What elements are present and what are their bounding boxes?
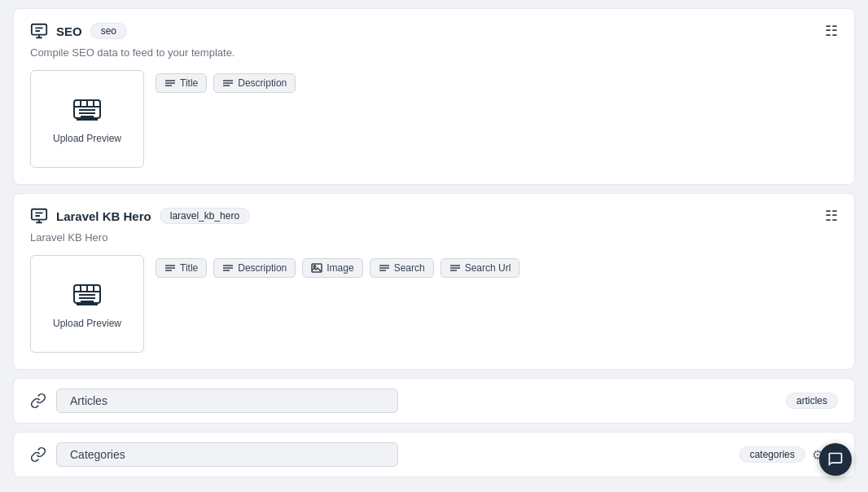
seo-card-badge: seo	[90, 23, 127, 39]
laravel-card-content: Upload Preview Title	[30, 255, 838, 353]
seo-tag-description-icon	[222, 77, 234, 89]
laravel-header-left: Laravel KB Hero laravel_kb_hero	[30, 207, 250, 225]
seo-tag-title-icon	[164, 77, 176, 89]
laravel-tag-description-label: Description	[238, 262, 287, 274]
laravel-card-title: Laravel KB Hero	[56, 209, 151, 223]
categories-badge: categories	[739, 446, 805, 463]
laravel-card: Laravel KB Hero laravel_kb_hero ☷ Larave…	[13, 193, 855, 370]
seo-card: SEO seo ☷ Compile SEO data to feed to yo…	[13, 8, 855, 185]
laravel-tag-search-url-icon	[449, 262, 461, 274]
articles-link-icon	[30, 393, 46, 409]
laravel-card-description: Laravel KB Hero	[30, 231, 838, 244]
laravel-tag-image-icon	[311, 262, 322, 274]
seo-card-header: SEO seo ☷	[30, 22, 838, 40]
laravel-menu-icon[interactable]: ☷	[825, 209, 838, 223]
seo-upload-preview[interactable]: Upload Preview	[30, 70, 144, 168]
articles-title: Articles	[70, 394, 107, 407]
categories-title: Categories	[70, 448, 125, 461]
svg-rect-0	[32, 24, 46, 35]
seo-tags-container: Title Description	[156, 70, 296, 93]
laravel-tags-container: Title Description	[156, 255, 519, 278]
laravel-tag-description[interactable]: Description	[213, 258, 296, 278]
laravel-section-icon	[30, 207, 48, 225]
articles-card: Articles articles	[13, 378, 855, 424]
seo-tag-description[interactable]: Description	[213, 73, 296, 93]
laravel-tag-search[interactable]: Search	[370, 258, 434, 278]
svg-point-17	[314, 266, 316, 267]
articles-title-box: Articles	[56, 389, 398, 413]
laravel-upload-icon	[71, 279, 103, 311]
laravel-tag-title-icon	[164, 262, 176, 274]
page-container: SEO seo ☷ Compile SEO data to feed to yo…	[0, 0, 868, 492]
laravel-upload-preview[interactable]: Upload Preview	[30, 255, 144, 353]
seo-section-icon	[30, 22, 48, 40]
laravel-tag-search-url-label: Search Url	[465, 262, 511, 274]
seo-menu-icon[interactable]: ☷	[825, 24, 838, 38]
seo-tag-title[interactable]: Title	[156, 73, 207, 93]
laravel-tag-search-url[interactable]: Search Url	[441, 258, 520, 278]
seo-card-content: Upload Preview Title	[30, 70, 838, 168]
seo-header-left: SEO seo	[30, 22, 127, 40]
articles-actions: articles	[786, 393, 838, 409]
laravel-card-badge: laravel_kb_hero	[160, 208, 250, 224]
laravel-upload-preview-label: Upload Preview	[53, 318, 121, 329]
articles-badge: articles	[786, 393, 838, 409]
articles-card-left: Articles	[30, 389, 398, 413]
laravel-tag-description-icon	[222, 262, 234, 274]
categories-card: Categories categories ⚙	[13, 432, 855, 477]
seo-upload-preview-label: Upload Preview	[53, 133, 121, 144]
categories-card-left: Categories	[30, 442, 398, 467]
seo-tag-description-label: Description	[238, 77, 287, 89]
laravel-tag-title-label: Title	[180, 262, 198, 274]
seo-tag-title-label: Title	[180, 77, 198, 89]
categories-title-box: Categories	[56, 442, 398, 467]
seo-card-description: Compile SEO data to feed to your templat…	[30, 46, 838, 59]
seo-card-title: SEO	[56, 24, 82, 38]
laravel-tag-search-icon	[379, 262, 390, 274]
categories-link-icon	[30, 446, 46, 463]
laravel-tag-image[interactable]: Image	[302, 258, 362, 278]
svg-rect-8	[32, 209, 46, 220]
laravel-tag-title[interactable]: Title	[156, 258, 207, 278]
laravel-card-header: Laravel KB Hero laravel_kb_hero ☷	[30, 207, 838, 225]
chat-button[interactable]	[819, 443, 852, 476]
seo-upload-icon	[71, 94, 103, 126]
laravel-tag-image-label: Image	[327, 262, 353, 274]
laravel-tag-search-label: Search	[394, 262, 425, 274]
